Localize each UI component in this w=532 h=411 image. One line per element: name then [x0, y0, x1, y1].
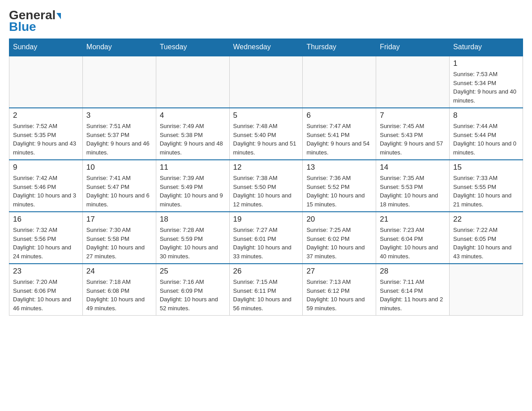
day-info: Sunrise: 7:47 AMSunset: 5:41 PMDaylight:… [306, 122, 372, 157]
day-number: 13 [306, 163, 372, 172]
calendar-header-monday: Monday [82, 39, 156, 56]
logo-arrow-icon [56, 13, 61, 19]
day-info: Sunrise: 7:22 AMSunset: 6:05 PMDaylight:… [453, 226, 519, 261]
day-info: Sunrise: 7:42 AMSunset: 5:46 PMDaylight:… [13, 174, 79, 209]
calendar-week-2: 2Sunrise: 7:52 AMSunset: 5:35 PMDaylight… [9, 108, 523, 160]
day-info: Sunrise: 7:39 AMSunset: 5:49 PMDaylight:… [160, 174, 226, 209]
calendar-header-friday: Friday [376, 39, 450, 56]
day-number: 26 [233, 267, 299, 276]
calendar-day-cell: 4Sunrise: 7:49 AMSunset: 5:38 PMDaylight… [156, 108, 229, 160]
calendar-day-cell: 21Sunrise: 7:23 AMSunset: 6:04 PMDayligh… [376, 212, 450, 264]
day-number: 25 [160, 267, 226, 276]
calendar-day-cell: 18Sunrise: 7:28 AMSunset: 5:59 PMDayligh… [156, 212, 229, 264]
day-info: Sunrise: 7:30 AMSunset: 5:58 PMDaylight:… [86, 226, 152, 261]
calendar-day-cell [156, 56, 229, 108]
calendar-header-sunday: Sunday [9, 39, 83, 56]
calendar-day-cell: 11Sunrise: 7:39 AMSunset: 5:49 PMDayligh… [156, 160, 229, 212]
day-number: 15 [453, 163, 519, 172]
day-number: 27 [306, 267, 372, 276]
day-number: 2 [13, 111, 79, 120]
day-info: Sunrise: 7:48 AMSunset: 5:40 PMDaylight:… [233, 122, 299, 157]
calendar-day-cell: 25Sunrise: 7:16 AMSunset: 6:09 PMDayligh… [156, 264, 229, 316]
calendar-day-cell: 3Sunrise: 7:51 AMSunset: 5:37 PMDaylight… [82, 108, 156, 160]
day-number: 16 [13, 215, 79, 224]
day-number: 6 [306, 111, 372, 120]
calendar-day-cell: 14Sunrise: 7:35 AMSunset: 5:53 PMDayligh… [376, 160, 450, 212]
day-number: 4 [160, 111, 226, 120]
day-info: Sunrise: 7:32 AMSunset: 5:56 PMDaylight:… [13, 226, 79, 261]
day-info: Sunrise: 7:18 AMSunset: 6:08 PMDaylight:… [86, 278, 152, 313]
day-info: Sunrise: 7:27 AMSunset: 6:01 PMDaylight:… [233, 226, 299, 261]
calendar-day-cell: 20Sunrise: 7:25 AMSunset: 6:02 PMDayligh… [303, 212, 376, 264]
day-number: 14 [380, 163, 446, 172]
day-number: 17 [86, 215, 152, 224]
logo-blue: Blue [9, 20, 36, 34]
day-info: Sunrise: 7:51 AMSunset: 5:37 PMDaylight:… [86, 122, 152, 157]
day-number: 11 [160, 163, 226, 172]
day-number: 7 [380, 111, 446, 120]
day-number: 5 [233, 111, 299, 120]
day-info: Sunrise: 7:28 AMSunset: 5:59 PMDaylight:… [160, 226, 226, 261]
calendar-day-cell: 10Sunrise: 7:41 AMSunset: 5:47 PMDayligh… [82, 160, 156, 212]
day-info: Sunrise: 7:45 AMSunset: 5:43 PMDaylight:… [380, 122, 446, 157]
calendar-day-cell: 7Sunrise: 7:45 AMSunset: 5:43 PMDaylight… [376, 108, 450, 160]
day-info: Sunrise: 7:41 AMSunset: 5:47 PMDaylight:… [86, 174, 152, 209]
day-number: 21 [380, 215, 446, 224]
calendar-day-cell [376, 56, 450, 108]
calendar-day-cell [450, 264, 523, 316]
calendar-header-row: SundayMondayTuesdayWednesdayThursdayFrid… [9, 39, 523, 56]
day-number: 10 [86, 163, 152, 172]
calendar-day-cell: 24Sunrise: 7:18 AMSunset: 6:08 PMDayligh… [82, 264, 156, 316]
day-number: 12 [233, 163, 299, 172]
day-number: 19 [233, 215, 299, 224]
day-info: Sunrise: 7:13 AMSunset: 6:12 PMDaylight:… [306, 278, 372, 313]
day-info: Sunrise: 7:25 AMSunset: 6:02 PMDaylight:… [306, 226, 372, 261]
day-number: 24 [86, 267, 152, 276]
day-info: Sunrise: 7:23 AMSunset: 6:04 PMDaylight:… [380, 226, 446, 261]
calendar-header-tuesday: Tuesday [156, 39, 229, 56]
calendar-day-cell: 22Sunrise: 7:22 AMSunset: 6:05 PMDayligh… [450, 212, 523, 264]
day-number: 23 [13, 267, 79, 276]
calendar-header-thursday: Thursday [303, 39, 376, 56]
day-number: 1 [453, 59, 519, 68]
day-info: Sunrise: 7:16 AMSunset: 6:09 PMDaylight:… [160, 278, 226, 313]
day-info: Sunrise: 7:44 AMSunset: 5:44 PMDaylight:… [453, 122, 519, 157]
calendar-day-cell: 16Sunrise: 7:32 AMSunset: 5:56 PMDayligh… [9, 212, 83, 264]
calendar-table: SundayMondayTuesdayWednesdayThursdayFrid… [9, 39, 523, 316]
logo: General Blue [9, 9, 61, 34]
day-info: Sunrise: 7:38 AMSunset: 5:50 PMDaylight:… [233, 174, 299, 209]
day-info: Sunrise: 7:33 AMSunset: 5:55 PMDaylight:… [453, 174, 519, 209]
day-number: 9 [13, 163, 79, 172]
day-info: Sunrise: 7:11 AMSunset: 6:14 PMDaylight:… [380, 278, 446, 313]
calendar-day-cell: 26Sunrise: 7:15 AMSunset: 6:11 PMDayligh… [229, 264, 303, 316]
calendar-header-saturday: Saturday [450, 39, 523, 56]
calendar-day-cell: 2Sunrise: 7:52 AMSunset: 5:35 PMDaylight… [9, 108, 83, 160]
day-info: Sunrise: 7:20 AMSunset: 6:06 PMDaylight:… [13, 278, 79, 313]
calendar-day-cell [229, 56, 303, 108]
calendar-day-cell: 9Sunrise: 7:42 AMSunset: 5:46 PMDaylight… [9, 160, 83, 212]
day-info: Sunrise: 7:49 AMSunset: 5:38 PMDaylight:… [160, 122, 226, 157]
day-number: 28 [380, 267, 446, 276]
day-info: Sunrise: 7:36 AMSunset: 5:52 PMDaylight:… [306, 174, 372, 209]
calendar-week-1: 1Sunrise: 7:53 AMSunset: 5:34 PMDaylight… [9, 56, 523, 108]
day-number: 8 [453, 111, 519, 120]
calendar-week-5: 23Sunrise: 7:20 AMSunset: 6:06 PMDayligh… [9, 264, 523, 316]
day-number: 22 [453, 215, 519, 224]
calendar-week-3: 9Sunrise: 7:42 AMSunset: 5:46 PMDaylight… [9, 160, 523, 212]
calendar-day-cell [82, 56, 156, 108]
day-info: Sunrise: 7:15 AMSunset: 6:11 PMDaylight:… [233, 278, 299, 313]
day-info: Sunrise: 7:53 AMSunset: 5:34 PMDaylight:… [453, 70, 519, 105]
calendar-day-cell: 17Sunrise: 7:30 AMSunset: 5:58 PMDayligh… [82, 212, 156, 264]
calendar-day-cell: 23Sunrise: 7:20 AMSunset: 6:06 PMDayligh… [9, 264, 83, 316]
day-info: Sunrise: 7:35 AMSunset: 5:53 PMDaylight:… [380, 174, 446, 209]
calendar-day-cell: 8Sunrise: 7:44 AMSunset: 5:44 PMDaylight… [450, 108, 523, 160]
day-info: Sunrise: 7:52 AMSunset: 5:35 PMDaylight:… [13, 122, 79, 157]
day-number: 20 [306, 215, 372, 224]
calendar-day-cell: 15Sunrise: 7:33 AMSunset: 5:55 PMDayligh… [450, 160, 523, 212]
calendar-day-cell [303, 56, 376, 108]
day-number: 3 [86, 111, 152, 120]
calendar-day-cell: 5Sunrise: 7:48 AMSunset: 5:40 PMDaylight… [229, 108, 303, 160]
calendar-day-cell: 1Sunrise: 7:53 AMSunset: 5:34 PMDaylight… [450, 56, 523, 108]
page-header: General Blue [9, 9, 523, 34]
calendar-day-cell: 28Sunrise: 7:11 AMSunset: 6:14 PMDayligh… [376, 264, 450, 316]
